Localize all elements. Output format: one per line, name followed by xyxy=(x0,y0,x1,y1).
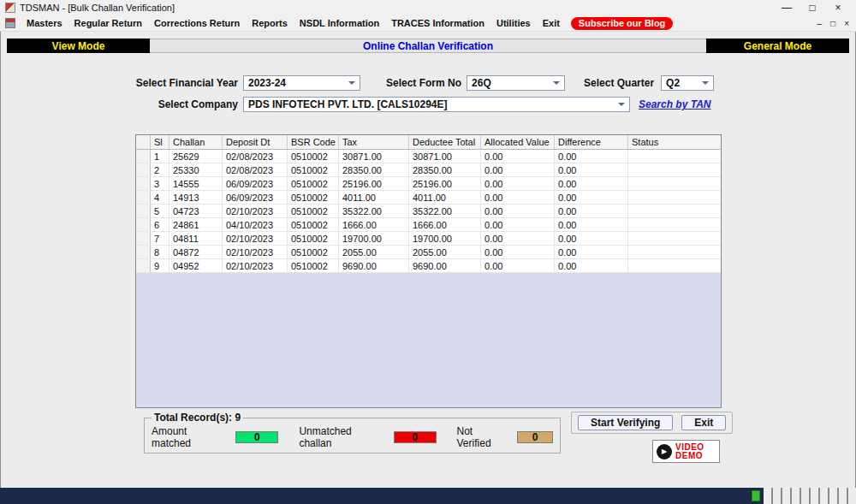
chevron-down-icon xyxy=(702,81,709,85)
column-header-tax[interactable]: Tax xyxy=(339,135,409,149)
table-cell: 0510002 xyxy=(288,163,339,176)
table-cell: 04811 xyxy=(169,232,223,245)
table-cell: 2055.00 xyxy=(339,246,409,258)
table-cell: 9 xyxy=(151,259,169,272)
table-cell: 0.00 xyxy=(555,163,628,176)
table-row[interactable]: 80487202/10/202305100022055.002055.000.0… xyxy=(136,246,721,259)
table-cell: 0510002 xyxy=(288,150,339,163)
subscribe-blog-badge[interactable]: Subscribe our Blog xyxy=(571,17,673,30)
table-cell: 0510002 xyxy=(288,191,339,204)
table-cell: 0.00 xyxy=(481,150,555,163)
start-verifying-button[interactable]: Start Verifying xyxy=(578,415,673,430)
column-header-allocated-value[interactable]: Allocated Value xyxy=(481,135,555,149)
company-label: Select Company xyxy=(135,98,238,110)
table-cell: 02/10/2023 xyxy=(223,246,288,258)
bottom-section: Total Record(s): 9 Amount matched 0 Unma… xyxy=(144,412,856,454)
table-cell: 4 xyxy=(151,191,169,204)
table-row[interactable]: 22533002/08/2023051000228350.0028350.000… xyxy=(136,163,721,177)
not-verified-label: Not Verified xyxy=(457,425,508,449)
table-cell: 1666.00 xyxy=(409,218,481,231)
table-cell xyxy=(628,150,721,163)
menu-item-reports[interactable]: Reports xyxy=(246,16,294,30)
column-header-sl[interactable]: Sl xyxy=(151,135,169,149)
column-header-deductee-total[interactable]: Deductee Total xyxy=(409,135,481,149)
company-select[interactable]: PDS INFOTECH PVT. LTD. [CALS10294E] xyxy=(243,97,630,112)
table-body: 12562902/08/2023051000230871.0030871.000… xyxy=(136,150,721,407)
table-cell: 0.00 xyxy=(481,205,555,217)
table-cell: 0510002 xyxy=(288,232,339,245)
row-marker xyxy=(136,246,151,258)
column-header-deposit-dt[interactable]: Deposit Dt xyxy=(223,135,288,149)
chevron-down-icon xyxy=(618,103,625,106)
table-row[interactable]: 70481102/10/2023051000219700.0019700.000… xyxy=(136,232,721,246)
company-value: PDS INFOTECH PVT. LTD. [CALS10294E] xyxy=(248,98,447,110)
table-cell: 24861 xyxy=(169,218,223,231)
maximize-button[interactable]: □ xyxy=(800,2,825,14)
row-marker xyxy=(136,232,151,245)
column-header-bsr-code[interactable]: BSR Code xyxy=(288,135,339,149)
minimize-button[interactable]: — xyxy=(774,2,800,14)
column-header-difference[interactable]: Difference xyxy=(555,135,628,149)
menu-item-traces-information[interactable]: TRACES Information xyxy=(385,16,490,30)
table-row[interactable]: 12562902/08/2023051000230871.0030871.000… xyxy=(136,150,721,163)
app-icon xyxy=(5,3,15,13)
video-demo-button[interactable]: ▶ VIDEO DEMO xyxy=(652,440,720,463)
table-cell: 02/08/2023 xyxy=(223,150,288,163)
form-no-label: Select Form No xyxy=(386,77,461,89)
table-cell: 0.00 xyxy=(555,150,628,163)
table-cell: 02/10/2023 xyxy=(223,205,288,217)
chevron-down-icon xyxy=(348,81,355,85)
table-cell: 9690.00 xyxy=(409,259,481,272)
table-cell: 0510002 xyxy=(288,177,339,190)
quarter-select[interactable]: Q2 xyxy=(661,75,714,91)
mode-bar: View Mode Online Challan Verification Ge… xyxy=(7,39,849,53)
resize-grip[interactable] xyxy=(764,488,856,504)
table-cell: 02/10/2023 xyxy=(223,232,288,245)
table-cell: 0.00 xyxy=(481,246,555,258)
table-cell: 28350.00 xyxy=(339,163,409,176)
not-verified-count: 0 xyxy=(517,431,553,443)
menu-item-corrections-return[interactable]: Corrections Return xyxy=(148,16,246,30)
table-cell: 14913 xyxy=(169,191,223,204)
menu-item-utilities[interactable]: Utilities xyxy=(490,16,537,30)
table-cell: 0510002 xyxy=(288,246,339,258)
close-button[interactable]: × xyxy=(825,2,851,14)
table-header: Sl Challan Deposit Dt BSR Code Tax Deduc… xyxy=(136,135,721,150)
table-cell: 0.00 xyxy=(481,232,555,245)
row-marker xyxy=(136,191,151,204)
child-minimize-button[interactable]: – xyxy=(817,19,823,28)
column-header-status[interactable]: Status xyxy=(628,135,721,149)
row-marker xyxy=(136,163,151,176)
table-cell: 6 xyxy=(151,218,169,231)
financial-year-select[interactable]: 2023-24 xyxy=(243,75,360,91)
table-cell: 0.00 xyxy=(481,191,555,204)
video-demo-line1: VIDEO xyxy=(675,443,704,452)
table-cell xyxy=(628,246,721,258)
table-cell: 04872 xyxy=(169,246,223,258)
table-row[interactable]: 41491306/09/202305100024011.004011.000.0… xyxy=(136,191,721,205)
table-cell: 30871.00 xyxy=(339,150,409,163)
action-panel: Start Verifying Exit xyxy=(571,412,733,434)
table-cell: 0.00 xyxy=(481,177,555,190)
menu-item-masters[interactable]: Masters xyxy=(21,16,68,30)
table-cell: 0.00 xyxy=(555,191,628,204)
window-title: TDSMAN - [Bulk Challan Verification] xyxy=(20,3,175,13)
menu-item-nsdl-information[interactable]: NSDL Information xyxy=(294,16,385,30)
table-cell xyxy=(628,205,721,217)
table-cell: 25196.00 xyxy=(339,177,409,190)
table-cell: 0510002 xyxy=(288,218,339,231)
table-row[interactable]: 50472302/10/2023051000235322.0035322.000… xyxy=(136,205,721,218)
table-row[interactable]: 31455506/09/2023051000225196.0025196.000… xyxy=(136,177,721,191)
child-close-button[interactable]: × xyxy=(844,19,849,28)
child-restore-button[interactable]: □ xyxy=(830,19,835,28)
column-header-challan[interactable]: Challan xyxy=(169,135,223,149)
form-no-select[interactable]: 26Q xyxy=(467,75,565,91)
menu-item-regular-return[interactable]: Regular Return xyxy=(68,16,148,30)
search-by-tan-link[interactable]: Search by TAN xyxy=(639,98,710,110)
row-marker xyxy=(136,259,151,272)
table-row[interactable]: 90495202/10/202305100029690.009690.000.0… xyxy=(136,259,721,273)
menu-item-exit[interactable]: Exit xyxy=(537,16,566,30)
table-row[interactable]: 62486104/10/202305100021666.001666.000.0… xyxy=(136,218,721,232)
exit-button[interactable]: Exit xyxy=(681,415,726,430)
table-cell: 0.00 xyxy=(555,218,628,231)
